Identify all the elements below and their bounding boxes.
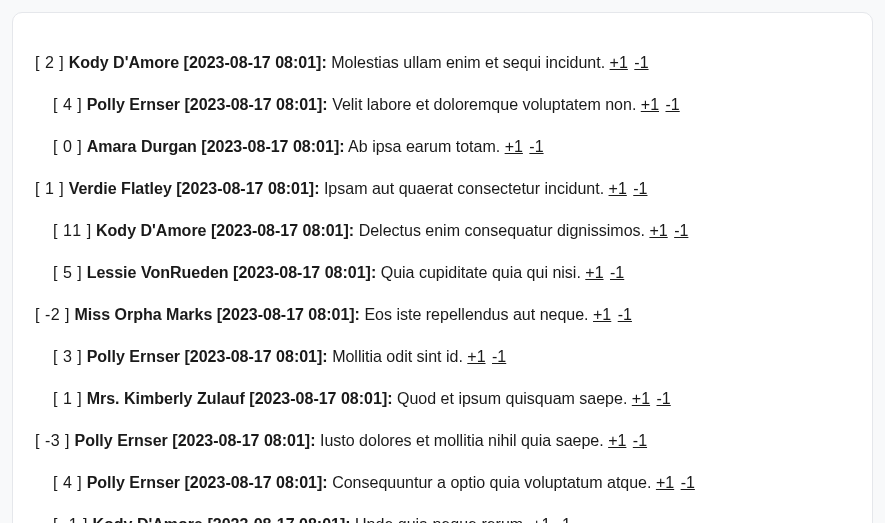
- comment-score: [ -3 ]: [35, 432, 70, 449]
- downvote-link[interactable]: -1: [633, 180, 647, 197]
- downvote-link[interactable]: -1: [557, 516, 571, 523]
- comment-timestamp: [2023-08-17 08:01]:: [176, 180, 319, 197]
- comment-meta: Polly Ernser [2023-08-17 08:01]:: [74, 432, 315, 449]
- comment-reply: [ 1 ] Mrs. Kimberly Zulauf [2023-08-17 0…: [53, 387, 850, 411]
- comment-meta: Kody D'Amore [2023-08-17 08:01]:: [96, 222, 354, 239]
- comment-author: Kody D'Amore: [96, 222, 206, 239]
- comment-meta: Polly Ernser [2023-08-17 08:01]:: [87, 474, 328, 491]
- comment-score: [ 5 ]: [53, 264, 82, 281]
- comment-timestamp: [2023-08-17 08:01]:: [201, 138, 344, 155]
- comment: [ -3 ] Polly Ernser [2023-08-17 08:01]: …: [35, 429, 850, 453]
- comment-timestamp: [2023-08-17 08:01]:: [207, 516, 350, 523]
- comment-timestamp: [2023-08-17 08:01]:: [249, 390, 392, 407]
- comment-author: Polly Ernser: [87, 348, 180, 365]
- comment-author: Kody D'Amore: [69, 54, 179, 71]
- comment-author: Lessie VonRueden: [87, 264, 229, 281]
- downvote-link[interactable]: -1: [657, 390, 671, 407]
- comment-body: Unde quia neque rerum.: [355, 516, 528, 523]
- comment-meta: Verdie Flatley [2023-08-17 08:01]:: [69, 180, 320, 197]
- upvote-link[interactable]: +1: [505, 138, 523, 155]
- comment-reply: [ -1 ] Kody D'Amore [2023-08-17 08:01]: …: [53, 513, 850, 523]
- comment-body: Quod et ipsum quisquam saepe.: [397, 390, 627, 407]
- comment-timestamp: [2023-08-17 08:01]:: [211, 222, 354, 239]
- comment: [ 1 ] Verdie Flatley [2023-08-17 08:01]:…: [35, 177, 850, 201]
- upvote-link[interactable]: +1: [610, 54, 628, 71]
- comment-author: Amara Durgan: [87, 138, 197, 155]
- upvote-link[interactable]: +1: [641, 96, 659, 113]
- comment-reply: [ 4 ] Polly Ernser [2023-08-17 08:01]: C…: [53, 471, 850, 495]
- comment-author: Polly Ernser: [87, 474, 180, 491]
- upvote-link[interactable]: +1: [467, 348, 485, 365]
- comment-meta: Lessie VonRueden [2023-08-17 08:01]:: [87, 264, 377, 281]
- comment-author: Polly Ernser: [74, 432, 167, 449]
- upvote-link[interactable]: +1: [608, 432, 626, 449]
- comment-timestamp: [2023-08-17 08:01]:: [184, 474, 327, 491]
- comment-author: Verdie Flatley: [69, 180, 172, 197]
- downvote-link[interactable]: -1: [618, 306, 632, 323]
- comment-reply: [ 11 ] Kody D'Amore [2023-08-17 08:01]: …: [53, 219, 850, 243]
- comment-meta: Amara Durgan [2023-08-17 08:01]:: [87, 138, 345, 155]
- downvote-link[interactable]: -1: [634, 54, 648, 71]
- comment-body: Ipsam aut quaerat consectetur incidunt.: [324, 180, 604, 197]
- comment-timestamp: [2023-08-17 08:01]:: [184, 54, 327, 71]
- upvote-link[interactable]: +1: [656, 474, 674, 491]
- comment-meta: Polly Ernser [2023-08-17 08:01]:: [87, 348, 328, 365]
- comment-body: Ab ipsa earum totam.: [348, 138, 500, 155]
- comment-score: [ 1 ]: [53, 390, 82, 407]
- comment: [ -2 ] Miss Orpha Marks [2023-08-17 08:0…: [35, 303, 850, 327]
- downvote-link[interactable]: -1: [633, 432, 647, 449]
- comment-score: [ 11 ]: [53, 222, 92, 239]
- comment-score: [ 4 ]: [53, 96, 82, 113]
- comment-reply: [ 5 ] Lessie VonRueden [2023-08-17 08:01…: [53, 261, 850, 285]
- comment-score: [ 4 ]: [53, 474, 82, 491]
- comment-meta: Polly Ernser [2023-08-17 08:01]:: [87, 96, 328, 113]
- comment-score: [ -1 ]: [53, 516, 88, 523]
- upvote-link[interactable]: +1: [609, 180, 627, 197]
- upvote-link[interactable]: +1: [593, 306, 611, 323]
- comment-meta: Miss Orpha Marks [2023-08-17 08:01]:: [74, 306, 359, 323]
- downvote-link[interactable]: -1: [674, 222, 688, 239]
- comment-author: Kody D'Amore: [92, 516, 202, 523]
- comment-body: Velit labore et doloremque voluptatem no…: [332, 96, 636, 113]
- comment-score: [ 1 ]: [35, 180, 64, 197]
- comment-body: Consequuntur a optio quia voluptatum atq…: [332, 474, 651, 491]
- comment-body: Mollitia odit sint id.: [332, 348, 463, 365]
- comment-timestamp: [2023-08-17 08:01]:: [217, 306, 360, 323]
- downvote-link[interactable]: -1: [492, 348, 506, 365]
- comments-panel: [ 2 ] Kody D'Amore [2023-08-17 08:01]: M…: [12, 12, 873, 523]
- comment-reply: [ 0 ] Amara Durgan [2023-08-17 08:01]: A…: [53, 135, 850, 159]
- comment-meta: Kody D'Amore [2023-08-17 08:01]:: [69, 54, 327, 71]
- downvote-link[interactable]: -1: [665, 96, 679, 113]
- downvote-link[interactable]: -1: [681, 474, 695, 491]
- comment-timestamp: [2023-08-17 08:01]:: [184, 96, 327, 113]
- comment-timestamp: [2023-08-17 08:01]:: [233, 264, 376, 281]
- comment-body: Molestias ullam enim et sequi incidunt.: [331, 54, 605, 71]
- upvote-link[interactable]: +1: [649, 222, 667, 239]
- downvote-link[interactable]: -1: [610, 264, 624, 281]
- upvote-link[interactable]: +1: [632, 390, 650, 407]
- comment-author: Mrs. Kimberly Zulauf: [87, 390, 245, 407]
- upvote-link[interactable]: +1: [585, 264, 603, 281]
- comment-author: Miss Orpha Marks: [74, 306, 212, 323]
- comment: [ 2 ] Kody D'Amore [2023-08-17 08:01]: M…: [35, 51, 850, 75]
- comment-body: Iusto dolores et mollitia nihil quia sae…: [320, 432, 604, 449]
- comment-meta: Kody D'Amore [2023-08-17 08:01]:: [92, 516, 350, 523]
- comment-meta: Mrs. Kimberly Zulauf [2023-08-17 08:01]:: [87, 390, 393, 407]
- downvote-link[interactable]: -1: [529, 138, 543, 155]
- upvote-link[interactable]: +1: [532, 516, 550, 523]
- comment-author: Polly Ernser: [87, 96, 180, 113]
- comment-score: [ 3 ]: [53, 348, 82, 365]
- comment-score: [ 0 ]: [53, 138, 82, 155]
- comment-body: Quia cupiditate quia qui nisi.: [381, 264, 581, 281]
- comment-body: Eos iste repellendus aut neque.: [364, 306, 588, 323]
- comment-reply: [ 4 ] Polly Ernser [2023-08-17 08:01]: V…: [53, 93, 850, 117]
- comment-score: [ -2 ]: [35, 306, 70, 323]
- comment-body: Delectus enim consequatur dignissimos.: [359, 222, 645, 239]
- comment-timestamp: [2023-08-17 08:01]:: [184, 348, 327, 365]
- comment-score: [ 2 ]: [35, 54, 64, 71]
- comment-reply: [ 3 ] Polly Ernser [2023-08-17 08:01]: M…: [53, 345, 850, 369]
- comment-timestamp: [2023-08-17 08:01]:: [172, 432, 315, 449]
